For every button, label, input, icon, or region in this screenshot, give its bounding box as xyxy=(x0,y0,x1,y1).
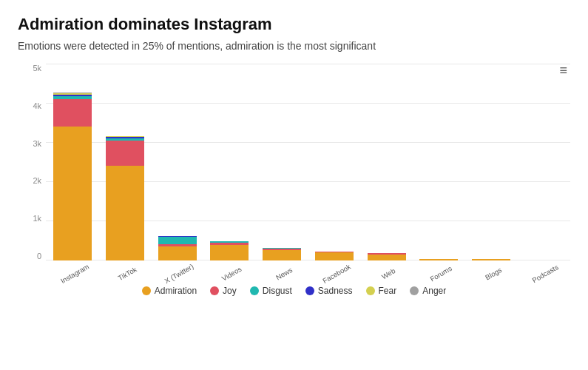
y-axis-label: 3k xyxy=(33,139,41,148)
bar-segment-joy xyxy=(53,99,92,127)
x-axis-label: News xyxy=(261,258,307,289)
bar-stack xyxy=(368,253,406,260)
legend-label-fear: Fear xyxy=(379,286,397,296)
bar-segment-admiration xyxy=(263,250,301,260)
bar-group xyxy=(206,241,254,260)
chart-subtitle: Emotions were detected in 25% of mention… xyxy=(18,40,570,52)
x-axis-label: Instagram xyxy=(52,258,98,289)
bar-segment-admiration xyxy=(315,252,354,260)
chart-container: ≡ 5k4k3k2k1k0 InstagramTikTokX (Twitter)… xyxy=(18,64,570,278)
y-axis: 5k4k3k2k1k0 xyxy=(18,64,46,278)
bar-stack xyxy=(158,236,197,260)
chart-area: 5k4k3k2k1k0 InstagramTikTokX (Twitter)Vi… xyxy=(18,64,570,278)
legend-label-joy: Joy xyxy=(223,286,237,296)
bar-segment-admiration xyxy=(210,245,249,260)
x-labels-row: InstagramTikTokX (Twitter)VideosNewsFace… xyxy=(46,260,570,278)
bar-segment-disgust xyxy=(158,237,197,244)
x-axis-label: Forums xyxy=(418,258,464,289)
bar-segment-admiration xyxy=(158,246,197,260)
bar-stack xyxy=(106,136,144,260)
x-axis-label: Blogs xyxy=(470,258,516,289)
legend-dot-sadness xyxy=(305,286,314,295)
bar-stack xyxy=(210,241,249,260)
legend-dot-anger xyxy=(410,286,419,295)
bar-group xyxy=(153,236,201,260)
legend-label-sadness: Sadness xyxy=(318,286,353,296)
x-axis-label: TikTok xyxy=(104,258,150,289)
bar-group xyxy=(101,136,149,260)
legend-item-sadness: Sadness xyxy=(305,286,353,296)
x-axis-label: Videos xyxy=(209,258,254,289)
plot-area: InstagramTikTokX (Twitter)VideosNewsFace… xyxy=(46,64,570,278)
bar-segment-admiration xyxy=(106,166,144,260)
bar-stack xyxy=(53,92,92,260)
legend-item-anger: Anger xyxy=(410,286,446,296)
bar-segment-admiration xyxy=(368,255,406,261)
y-axis-label: 2k xyxy=(33,176,41,185)
bars-row xyxy=(46,64,570,260)
x-axis-label: Podcasts xyxy=(523,258,569,289)
y-axis-label: 1k xyxy=(33,214,41,223)
bar-stack xyxy=(263,248,301,260)
legend-item-disgust: Disgust xyxy=(250,286,292,296)
y-axis-label: 5k xyxy=(33,64,41,73)
bar-segment-admiration xyxy=(53,127,92,260)
x-axis-label: X (Twitter) xyxy=(157,258,203,289)
bar-group xyxy=(49,92,97,260)
legend-dot-disgust xyxy=(250,286,259,295)
bar-stack xyxy=(315,252,354,260)
legend-dot-admiration xyxy=(142,286,151,295)
x-axis-label: Web xyxy=(366,258,412,289)
chart-title: Admiration dominates Instagram xyxy=(18,15,570,34)
legend: AdmirationJoyDisgustSadnessFearAnger xyxy=(18,286,570,296)
bar-segment-joy xyxy=(106,141,144,166)
bar-group xyxy=(258,248,306,260)
y-axis-label: 0 xyxy=(37,252,41,260)
legend-item-admiration: Admiration xyxy=(142,286,197,296)
bar-group xyxy=(311,252,359,260)
y-axis-label: 4k xyxy=(33,101,41,110)
x-axis-label: Facebook xyxy=(314,258,359,289)
